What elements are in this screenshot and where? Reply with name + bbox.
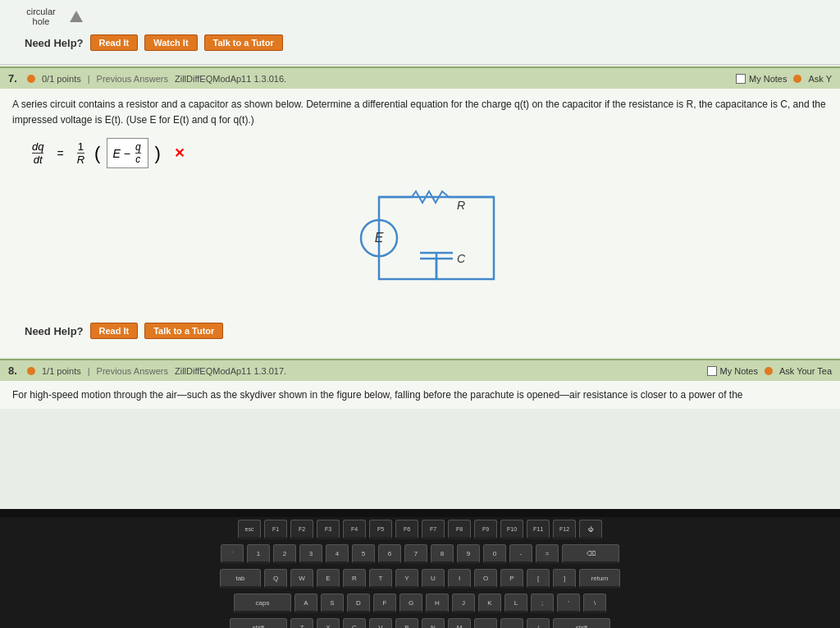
- q8-my-notes-button[interactable]: My Notes: [707, 366, 758, 376]
- key-s[interactable]: S: [321, 594, 344, 613]
- q8-orange-dot: [27, 367, 35, 375]
- q7-talk-tutor-button[interactable]: Talk to a Tutor: [144, 323, 223, 339]
- hole-text: hole: [33, 16, 50, 26]
- key-period[interactable]: .: [500, 618, 523, 628]
- q8-body: For high-speed motion through the air—su…: [0, 381, 840, 409]
- key-shift-l[interactable]: shift: [230, 618, 287, 628]
- key-e[interactable]: E: [317, 569, 340, 589]
- key-semicolon[interactable]: ;: [531, 594, 554, 613]
- key-v[interactable]: V: [369, 618, 392, 628]
- key-j[interactable]: J: [452, 594, 475, 613]
- key-6[interactable]: 6: [378, 544, 401, 564]
- key-f12[interactable]: F12: [553, 520, 576, 539]
- key-7[interactable]: 7: [404, 544, 427, 564]
- key-u[interactable]: U: [422, 569, 445, 589]
- key-backtick[interactable]: `: [221, 544, 244, 564]
- key-return[interactable]: return: [579, 569, 620, 589]
- key-f10[interactable]: F10: [500, 520, 523, 539]
- talk-tutor-button-top[interactable]: Talk to a Tutor: [204, 34, 283, 51]
- key-p[interactable]: P: [500, 569, 523, 589]
- key-a[interactable]: A: [294, 594, 317, 613]
- q7-number: 7.: [8, 72, 21, 85]
- q7-notes-checkbox: [736, 74, 746, 84]
- key-minus[interactable]: -: [509, 544, 532, 564]
- read-it-button-top[interactable]: Read It: [90, 34, 139, 51]
- key-x[interactable]: X: [317, 618, 340, 628]
- key-backspace[interactable]: ⌫: [562, 544, 619, 564]
- eq-bracket-content[interactable]: E − q c: [107, 138, 148, 168]
- key-f11[interactable]: F11: [527, 520, 550, 539]
- key-f3[interactable]: F3: [317, 520, 340, 539]
- key-5[interactable]: 5: [352, 544, 375, 564]
- circular-text: circular: [26, 7, 55, 16]
- q7-orange-dot: [27, 75, 35, 83]
- q7-my-notes-button[interactable]: My Notes: [736, 74, 787, 84]
- key-backslash[interactable]: \: [583, 594, 606, 613]
- key-caps[interactable]: caps: [234, 594, 291, 613]
- key-m[interactable]: M: [448, 618, 471, 628]
- q7-read-it-button[interactable]: Read It: [90, 323, 139, 339]
- question-7-header: 7. 0/1 points | Previous Answers ZillDif…: [0, 68, 840, 89]
- key-f6[interactable]: F6: [395, 520, 418, 539]
- q8-number: 8.: [8, 364, 21, 377]
- key-t[interactable]: T: [369, 569, 392, 589]
- key-b[interactable]: B: [395, 618, 418, 628]
- key-w[interactable]: W: [290, 569, 313, 589]
- question-8-header: 8. 1/1 points | Previous Answers ZillDif…: [0, 360, 840, 381]
- key-q[interactable]: Q: [264, 569, 287, 589]
- key-power[interactable]: ⏻: [579, 520, 602, 539]
- key-8[interactable]: 8: [431, 544, 454, 564]
- key-bracket-r[interactable]: ]: [553, 569, 576, 589]
- key-f5[interactable]: F5: [369, 520, 392, 539]
- key-f1[interactable]: F1: [264, 520, 287, 539]
- question-7-section: 7. 0/1 points | Previous Answers ZillDif…: [0, 66, 840, 357]
- key-f[interactable]: F: [373, 594, 396, 613]
- key-slash[interactable]: /: [527, 618, 550, 628]
- key-9[interactable]: 9: [457, 544, 480, 564]
- key-f8[interactable]: F8: [448, 520, 471, 539]
- key-quote[interactable]: ': [557, 594, 580, 613]
- key-3[interactable]: 3: [299, 544, 322, 564]
- key-0[interactable]: 0: [483, 544, 506, 564]
- circuit-diagram: E R C: [12, 181, 828, 304]
- svg-text:R: R: [457, 199, 465, 212]
- key-f2[interactable]: F2: [290, 520, 313, 539]
- key-c[interactable]: C: [343, 618, 366, 628]
- key-shift-r[interactable]: shift: [553, 618, 610, 628]
- key-n[interactable]: N: [422, 618, 445, 628]
- key-i[interactable]: I: [448, 569, 471, 589]
- key-tab[interactable]: tab: [220, 569, 261, 589]
- q7-orange-dot-2: [793, 75, 801, 83]
- eq-dq-dt: dq dt: [32, 140, 43, 166]
- eq-x-mark: ✕: [174, 145, 185, 161]
- key-g[interactable]: G: [399, 594, 422, 613]
- q7-points: 0/1 points: [42, 74, 81, 84]
- key-l[interactable]: L: [504, 594, 527, 613]
- key-equals[interactable]: =: [536, 544, 559, 564]
- key-r[interactable]: R: [343, 569, 366, 589]
- eq-open-paren: (: [94, 144, 100, 163]
- key-1[interactable]: 1: [247, 544, 270, 564]
- q7-equation: dq dt = 1 R ( E − q: [29, 138, 828, 168]
- watch-it-button[interactable]: Watch It: [144, 34, 197, 51]
- key-h[interactable]: H: [426, 594, 449, 613]
- key-y[interactable]: Y: [395, 569, 418, 589]
- q8-points: 1/1 points: [42, 366, 81, 376]
- eq-1-over-R: 1 R: [77, 140, 84, 166]
- key-f4[interactable]: F4: [343, 520, 366, 539]
- key-bracket-l[interactable]: [: [527, 569, 550, 589]
- key-2[interactable]: 2: [273, 544, 296, 564]
- key-f9[interactable]: F9: [474, 520, 497, 539]
- triangle-icon: [70, 11, 83, 22]
- key-4[interactable]: 4: [326, 544, 349, 564]
- key-f7[interactable]: F7: [422, 520, 445, 539]
- q8-ask-label[interactable]: Ask Your Tea: [779, 366, 832, 376]
- key-d[interactable]: D: [347, 594, 370, 613]
- key-k[interactable]: K: [478, 594, 501, 613]
- q7-ask-label[interactable]: Ask Y: [808, 74, 832, 84]
- key-z[interactable]: Z: [290, 618, 313, 628]
- eq-equals: =: [57, 147, 63, 160]
- key-o[interactable]: O: [474, 569, 497, 589]
- key-esc[interactable]: esc: [238, 520, 261, 539]
- key-comma[interactable]: ,: [474, 618, 497, 628]
